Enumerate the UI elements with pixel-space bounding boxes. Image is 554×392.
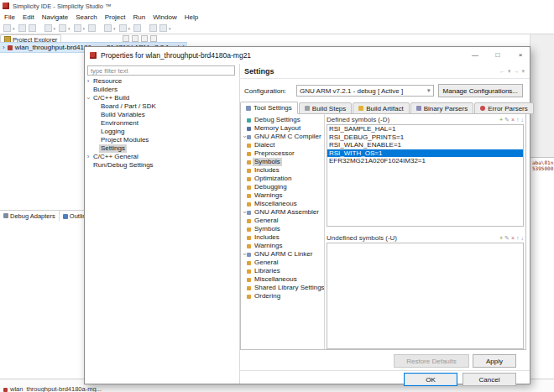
tree-item-debug-settings[interactable]: Debug Settings [241,116,324,124]
tab-binary-parsers[interactable]: Binary Parsers [410,102,473,114]
nav-item-settings[interactable]: Settings [85,144,239,153]
toolbar-button[interactable] [3,24,11,32]
tree-item-asm-warnings[interactable]: Warnings [241,242,324,250]
tree-item-ld-miscellaneous[interactable]: Miscellaneous [241,275,324,284]
menu-help[interactable]: Help [185,13,198,21]
symbol-row[interactable]: RSI_DEBUG_PRINTS=1 [327,133,523,142]
symbol-row[interactable]: EFR32MG21A020F1024IM32=1 [327,157,523,165]
nav-item-environment[interactable]: Environment [85,119,239,128]
nav-item-project-modules[interactable]: Project Modules [85,136,239,144]
symbol-row-selected[interactable]: RSI_WITH_OS=1 [327,149,523,158]
maximize-view-icon[interactable] [150,35,157,42]
delete-icon[interactable]: × [511,235,515,241]
tab-tool-settings[interactable]: Tool Settings [240,102,298,114]
menu-edit[interactable]: Edit [23,13,34,21]
view-menu-icon[interactable] [132,35,138,42]
tree-item-debugging[interactable]: Debugging [241,183,324,191]
nav-item-resource[interactable]: ›Resource [85,77,239,86]
menu-navigate[interactable]: Navigate [42,13,69,21]
tree-item-assembler[interactable]: ›GNU ARM Assembler [241,208,324,217]
nav-item-build-variables[interactable]: Build Variables [85,111,239,119]
tree-item-symbols[interactable]: Symbols [241,158,324,166]
forward-icon[interactable]: → [513,68,519,75]
expander-icon[interactable]: › [241,134,248,140]
menu-search[interactable]: Search [76,13,97,21]
tree-item-ld-libraries[interactable]: Libraries [241,267,324,275]
add-icon[interactable]: + [499,235,503,241]
toolbar-button[interactable] [149,24,157,32]
tree-item-linker[interactable]: ›GNU ARM C Linker [241,250,324,259]
undefined-symbols-toolbar: + ✎ × ↑ ↓ [499,235,524,241]
toolbar-button[interactable] [44,24,52,32]
nav-item-run-debug-settings[interactable]: Run/Debug Settings [85,161,239,170]
edit-icon[interactable]: ✎ [504,235,510,241]
tree-item-includes[interactable]: Includes [241,166,324,175]
tree-item-asm-includes[interactable]: Includes [241,233,324,242]
toolbar-button[interactable] [29,24,36,32]
menu-project[interactable]: Project [105,13,126,21]
move-down-icon[interactable]: ↓ [521,117,525,123]
close-icon[interactable]: × [511,47,530,64]
expander-icon[interactable]: › [241,210,248,216]
symbol-row[interactable]: RSI_WLAN_ENABLE=1 [327,141,523,149]
minimize-icon[interactable]: — [466,47,484,64]
move-down-icon[interactable]: ↓ [521,235,525,241]
manage-configurations-button[interactable]: Manage Configurations... [438,84,523,97]
nav-item-builders[interactable]: Builders [85,86,239,94]
nav-item-logging[interactable]: Logging [85,128,239,136]
nav-item-cpp-general[interactable]: ›C/C++ General [85,153,239,161]
delete-icon[interactable]: × [511,117,515,123]
tree-item-preprocessor[interactable]: Preprocessor [241,149,324,158]
expander-icon[interactable]: › [241,252,248,258]
back-icon[interactable]: ← [499,68,505,75]
nav-item-board-part-sdk[interactable]: Board / Part / SDK [85,102,239,111]
minimize-view-icon[interactable] [141,35,148,42]
apply-button[interactable]: Apply [473,354,516,368]
toolbar-button[interactable] [119,24,127,32]
tab-debug-adapters[interactable]: Debug Adapters [0,211,60,222]
tab-build-steps[interactable]: Build Steps [299,102,352,114]
maximize-icon[interactable]: □ [489,47,507,64]
tree-item-warnings[interactable]: Warnings [241,191,324,200]
ok-button[interactable]: OK [404,373,457,386]
tree-item-memory-layout[interactable]: Memory Layout [241,124,324,133]
nav-item-cpp-build[interactable]: ›C/C++ Build [85,94,239,102]
expander-icon[interactable]: › [3,44,5,51]
tab-error-parsers[interactable]: Error Parsers [474,102,534,114]
expander-icon[interactable]: › [85,95,92,102]
tree-item-dialect[interactable]: Dialect [241,141,324,149]
menu-run[interactable]: Run [133,13,146,21]
collapse-all-icon[interactable] [123,35,129,42]
cancel-button[interactable]: Cancel [463,373,516,386]
dialog-titlebar[interactable]: Properties for wlan_throughput-brd4180a-… [85,47,530,64]
symbol-row[interactable]: RSI_SAMPLE_HAL=1 [327,125,523,133]
tree-item-asm-general[interactable]: General [241,217,324,225]
toolbar-button[interactable] [159,24,167,32]
tab-build-artifact[interactable]: Build Artifact [353,102,409,114]
expander-icon[interactable]: › [85,153,91,161]
edit-icon[interactable]: ✎ [504,117,510,123]
move-up-icon[interactable]: ↑ [516,235,520,241]
toolbar-button[interactable] [59,24,66,32]
toolbar-button[interactable] [88,24,96,32]
tree-item-asm-symbols[interactable]: Symbols [241,225,324,233]
tree-item-ld-general[interactable]: General [241,259,324,267]
menu-window[interactable]: Window [153,13,176,21]
toolbar-button[interactable] [104,24,112,32]
tree-item-shared-library-settings[interactable]: Shared Library Settings [241,284,324,292]
tree-item-miscellaneous[interactable]: Miscellaneous [241,200,324,208]
move-up-icon[interactable]: ↑ [516,117,520,123]
menu-file[interactable]: File [4,13,15,21]
filter-input[interactable] [87,65,235,76]
tree-item-c-compiler[interactable]: ›GNU ARM C Compiler [241,133,324,141]
tree-item-optimization[interactable]: Optimization [241,175,324,183]
expander-icon[interactable]: › [85,77,91,86]
add-icon[interactable]: + [499,117,503,123]
toolbar-button[interactable] [133,24,141,32]
dropdown-icon[interactable]: ▾ [508,68,511,75]
configuration-select[interactable]: GNU ARM v7.2.1 - debug [ Active ] ▾ [296,85,434,97]
dropdown-icon[interactable]: ▾ [521,68,525,75]
tree-item-ordering[interactable]: Ordering [241,292,324,301]
toolbar-button[interactable] [18,24,26,32]
toolbar-button[interactable] [74,24,81,32]
